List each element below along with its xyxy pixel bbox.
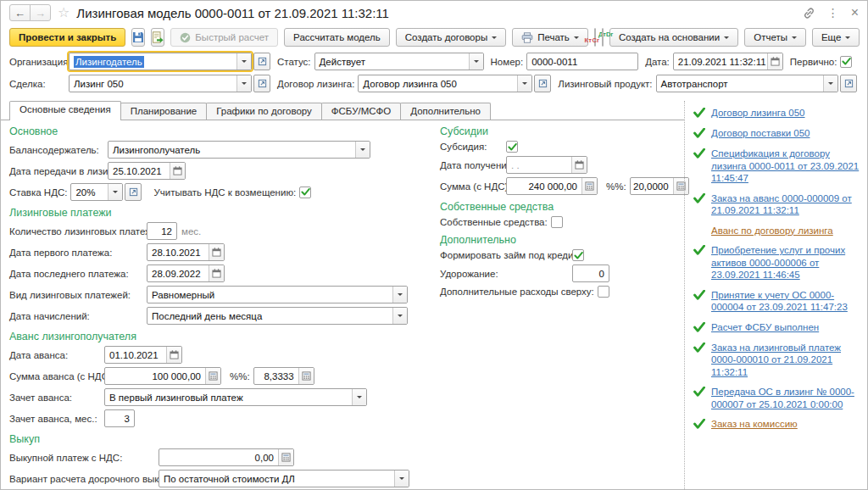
first-payment-date-input[interactable]: 28.10.2021 — [147, 243, 225, 261]
calculate-model-button[interactable]: Рассчитать модель — [284, 28, 390, 47]
subsidy-sum-input[interactable]: 240 000,00 — [506, 177, 598, 195]
related-doc-link[interactable]: Договор лизинга 050 — [711, 107, 805, 120]
organization-combo[interactable]: Лизингодатель — [69, 53, 252, 70]
payments-count-input[interactable]: 12 — [147, 222, 177, 240]
get-link-icon[interactable] — [803, 7, 815, 19]
back-button[interactable]: ← — [9, 4, 31, 21]
balance-holder-combo[interactable]: Лизингополучатель — [108, 141, 370, 159]
tab-additional[interactable]: Дополнительно — [400, 103, 491, 120]
related-doc-link[interactable]: Договор поставки 050 — [711, 127, 810, 140]
related-doc-link[interactable]: Аванс по договору лизинга — [711, 225, 833, 237]
chevron-down-icon[interactable] — [823, 75, 837, 92]
payments-kind-combo[interactable]: Равномерный — [147, 286, 408, 303]
early-buyout-variant-combo[interactable]: По остаточной стоимости ДЛ — [159, 470, 409, 487]
related-doc-link[interactable]: Заказ на аванс 0000-000009 от 21.09.2021… — [711, 192, 862, 217]
related-doc-link[interactable]: Заказ на лизинговый платеж 0000-000010 о… — [711, 342, 862, 379]
open-leasing-product-button[interactable] — [840, 75, 857, 92]
calendar-icon[interactable] — [209, 265, 224, 281]
subsidy-checkbox[interactable] — [506, 141, 518, 153]
chevron-down-icon[interactable] — [392, 308, 407, 324]
advance-date-input[interactable]: 01.10.2021 — [104, 346, 182, 364]
advance-sum-input[interactable]: 100 000,00 — [104, 367, 221, 385]
open-vat-rate-button[interactable] — [125, 183, 142, 201]
tab-fsbu-msfo[interactable]: ФСБУ/МСФО — [321, 103, 401, 120]
chevron-down-icon[interactable] — [517, 75, 531, 92]
subsidy-receive-date-input[interactable]: . . — [506, 156, 587, 174]
markup-label: Удорожание: — [440, 269, 569, 279]
markup-input[interactable]: 0 — [572, 264, 609, 282]
advance-offset-months-input[interactable]: 3 — [104, 409, 135, 427]
more-button[interactable]: Еще — [812, 28, 860, 47]
check-icon — [693, 289, 706, 302]
tab-planning[interactable]: Планирование — [120, 103, 207, 120]
advance-offset-months-label: Зачет аванса, мес.: — [9, 414, 101, 424]
calculator-icon[interactable] — [205, 368, 220, 384]
list-item: Договор лизинга 050 — [693, 107, 862, 120]
print-button[interactable]: Печать — [512, 28, 588, 47]
related-doc-link[interactable]: Приобретение услуг и прочих активов 0000… — [711, 244, 862, 281]
calendar-icon[interactable] — [767, 53, 782, 70]
related-doc-link[interactable]: Передача ОС в лизинг № 0000-000007 от 25… — [711, 386, 862, 410]
save-button[interactable] — [131, 28, 145, 47]
tab-main-info[interactable]: Основные сведения — [9, 101, 121, 120]
create-contracts-button[interactable]: Создать договоры — [396, 28, 506, 47]
close-icon[interactable]: × — [851, 5, 859, 20]
related-doc-link[interactable]: Расчет ФСБУ выполнен — [711, 321, 819, 334]
payments-kind-label: Вид лизинговых платежей: — [9, 290, 143, 300]
primary-checkbox[interactable] — [840, 56, 852, 68]
number-label: Номер: — [491, 57, 524, 67]
dr-cr-button[interactable]: Dr Cr — [602, 28, 604, 47]
advance-offset-combo[interactable]: В первый лизинговый платеж — [104, 388, 367, 406]
post-document-button[interactable] — [151, 28, 164, 47]
calendar-icon[interactable] — [166, 347, 181, 363]
open-leasing-contract-button[interactable] — [534, 75, 551, 92]
open-deal-button[interactable] — [253, 75, 270, 92]
tab-contract-schedules[interactable]: Графики по договору — [206, 103, 322, 120]
deal-combo[interactable]: Лизинг 050 — [69, 75, 252, 92]
chevron-down-icon[interactable] — [469, 53, 483, 70]
nav-buttons: ← → — [9, 4, 51, 21]
forward-button[interactable]: → — [30, 4, 51, 21]
form-loan-checkbox[interactable] — [572, 249, 584, 261]
status-combo[interactable]: Действует — [314, 53, 484, 70]
leasing-product-combo[interactable]: Автотранспорт — [656, 75, 838, 92]
reports-button[interactable]: Отчеты — [744, 28, 806, 47]
own-funds-checkbox[interactable] — [551, 216, 563, 228]
favorite-star-icon[interactable]: ☆ — [58, 6, 70, 19]
related-doc-link[interactable]: Заказ на комиссию — [711, 418, 798, 431]
window-menu-icon[interactable]: ⋮ — [827, 6, 839, 19]
leasing-contract-combo[interactable]: Договор лизинга 050 — [358, 75, 532, 92]
vat-refund-checkbox[interactable] — [299, 187, 311, 198]
chevron-down-icon[interactable] — [236, 75, 251, 92]
date-input[interactable]: 21.09.2021 11:32:11 — [673, 53, 783, 70]
chevron-down-icon[interactable] — [352, 389, 366, 405]
related-doc-link[interactable]: Спецификация к договору лизинга 0000-001… — [711, 148, 862, 185]
quick-calc-button[interactable]: Быстрый расчет — [170, 28, 278, 47]
calendar-icon[interactable] — [170, 163, 185, 179]
chevron-down-icon[interactable] — [355, 142, 370, 158]
create-based-on-button[interactable]: Создать на основании — [609, 28, 738, 47]
post-and-close-button[interactable]: Провести и закрыть — [9, 28, 125, 47]
calendar-icon[interactable] — [571, 157, 587, 173]
calculator-icon[interactable] — [581, 178, 597, 194]
last-payment-date-input[interactable]: 28.09.2022 — [147, 264, 225, 282]
related-doc-link[interactable]: Принятие к учету ОС 0000-000004 от 23.09… — [711, 289, 862, 314]
calculator-icon[interactable] — [278, 449, 293, 465]
chevron-down-icon[interactable] — [392, 287, 407, 303]
buyout-payment-input[interactable]: 0,00 — [159, 448, 294, 466]
chevron-down-icon[interactable] — [108, 184, 122, 200]
subsidy-pct-input[interactable]: 20,0000 — [630, 177, 689, 195]
check-icon — [693, 418, 706, 431]
extra-costs-checkbox[interactable] — [598, 286, 609, 298]
advance-pct-input[interactable]: 8,3333 — [253, 367, 314, 385]
chevron-down-icon[interactable] — [236, 53, 251, 70]
calculator-icon[interactable] — [298, 368, 314, 384]
chevron-down-icon[interactable] — [394, 471, 409, 487]
number-input[interactable]: 0000-0011 — [526, 53, 638, 70]
accrual-date-combo[interactable]: Последний день месяца — [147, 307, 408, 325]
calendar-icon[interactable] — [209, 244, 224, 260]
toolbar: Провести и закрыть Быстрый расчет Рассчи… — [1, 25, 867, 50]
open-organization-button[interactable] — [253, 53, 270, 70]
transfer-date-input[interactable]: 25.10.2021 — [108, 162, 186, 180]
vat-rate-combo[interactable]: 20% — [70, 183, 123, 201]
